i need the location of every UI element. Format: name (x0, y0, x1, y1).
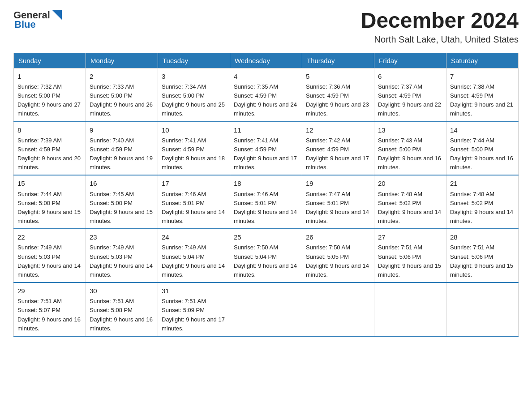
day-number: 24 (162, 232, 226, 242)
header-sunday: Sunday (14, 53, 86, 68)
calendar-cell: 17Sunrise: 7:46 AMSunset: 5:01 PMDayligh… (158, 175, 230, 229)
day-number: 27 (378, 232, 442, 242)
calendar-cell: 15Sunrise: 7:44 AMSunset: 5:00 PMDayligh… (14, 175, 86, 229)
day-number: 7 (450, 71, 515, 81)
day-number: 18 (234, 178, 298, 188)
day-info: Sunrise: 7:51 AMSunset: 5:08 PMDaylight:… (90, 298, 153, 331)
calendar-cell: 29Sunrise: 7:51 AMSunset: 5:07 PMDayligh… (14, 283, 86, 336)
calendar-cell: 13Sunrise: 7:43 AMSunset: 5:00 PMDayligh… (374, 122, 446, 176)
calendar-cell: 1Sunrise: 7:32 AMSunset: 5:00 PMDaylight… (14, 68, 86, 121)
calendar-cell: 5Sunrise: 7:36 AMSunset: 4:59 PMDaylight… (302, 68, 374, 121)
day-number: 29 (17, 286, 82, 296)
day-info: Sunrise: 7:49 AMSunset: 5:03 PMDaylight:… (17, 244, 81, 278)
day-info: Sunrise: 7:38 AMSunset: 4:59 PMDaylight:… (450, 83, 513, 117)
day-number: 12 (306, 125, 370, 135)
calendar-cell: 8Sunrise: 7:39 AMSunset: 4:59 PMDaylight… (14, 122, 86, 176)
day-number: 19 (306, 178, 370, 188)
day-info: Sunrise: 7:51 AMSunset: 5:09 PMDaylight:… (162, 298, 225, 331)
day-info: Sunrise: 7:49 AMSunset: 5:03 PMDaylight:… (90, 244, 153, 278)
calendar-cell: 19Sunrise: 7:47 AMSunset: 5:01 PMDayligh… (302, 175, 374, 229)
day-info: Sunrise: 7:35 AMSunset: 4:59 PMDaylight:… (234, 83, 297, 117)
logo-text-blue: Blue (14, 19, 36, 30)
calendar-cell: 21Sunrise: 7:48 AMSunset: 5:02 PMDayligh… (446, 175, 519, 229)
header-wednesday: Wednesday (230, 53, 302, 68)
calendar-header-row: SundayMondayTuesdayWednesdayThursdayFrid… (14, 53, 519, 68)
day-number: 25 (234, 232, 298, 242)
calendar-cell: 30Sunrise: 7:51 AMSunset: 5:08 PMDayligh… (86, 283, 158, 336)
day-number: 23 (90, 232, 154, 242)
calendar-table: SundayMondayTuesdayWednesdayThursdayFrid… (13, 53, 519, 337)
day-info: Sunrise: 7:51 AMSunset: 5:06 PMDaylight:… (378, 244, 441, 278)
day-info: Sunrise: 7:48 AMSunset: 5:02 PMDaylight:… (378, 191, 441, 224)
calendar-cell: 2Sunrise: 7:33 AMSunset: 5:00 PMDaylight… (86, 68, 158, 121)
week-row-4: 22Sunrise: 7:49 AMSunset: 5:03 PMDayligh… (14, 229, 519, 283)
day-info: Sunrise: 7:45 AMSunset: 5:00 PMDaylight:… (90, 191, 153, 224)
day-number: 20 (378, 178, 442, 188)
calendar-cell (230, 283, 302, 336)
day-number: 14 (450, 125, 515, 135)
day-number: 28 (450, 232, 515, 242)
calendar-cell: 9Sunrise: 7:40 AMSunset: 4:59 PMDaylight… (86, 122, 158, 176)
day-info: Sunrise: 7:44 AMSunset: 5:00 PMDaylight:… (17, 191, 81, 224)
calendar-cell: 6Sunrise: 7:37 AMSunset: 4:59 PMDaylight… (374, 68, 446, 121)
calendar-cell: 28Sunrise: 7:51 AMSunset: 5:06 PMDayligh… (446, 229, 519, 283)
day-number: 4 (234, 71, 298, 81)
day-info: Sunrise: 7:50 AMSunset: 5:05 PMDaylight:… (306, 244, 369, 278)
week-row-3: 15Sunrise: 7:44 AMSunset: 5:00 PMDayligh… (14, 175, 519, 229)
calendar-cell: 27Sunrise: 7:51 AMSunset: 5:06 PMDayligh… (374, 229, 446, 283)
day-info: Sunrise: 7:43 AMSunset: 5:00 PMDaylight:… (378, 137, 441, 171)
calendar-cell: 7Sunrise: 7:38 AMSunset: 4:59 PMDaylight… (446, 68, 519, 121)
day-info: Sunrise: 7:51 AMSunset: 5:06 PMDaylight:… (450, 244, 513, 278)
day-number: 17 (162, 178, 226, 188)
week-row-2: 8Sunrise: 7:39 AMSunset: 4:59 PMDaylight… (14, 122, 519, 176)
week-row-5: 29Sunrise: 7:51 AMSunset: 5:07 PMDayligh… (14, 283, 519, 336)
svg-marker-0 (52, 10, 62, 20)
day-number: 16 (90, 178, 154, 188)
day-number: 15 (17, 178, 82, 188)
day-info: Sunrise: 7:33 AMSunset: 5:00 PMDaylight:… (90, 83, 153, 117)
month-title: December 2024 (361, 9, 519, 33)
day-number: 9 (90, 125, 154, 135)
calendar-cell: 20Sunrise: 7:48 AMSunset: 5:02 PMDayligh… (374, 175, 446, 229)
day-info: Sunrise: 7:41 AMSunset: 4:59 PMDaylight:… (234, 137, 297, 171)
title-block: December 2024 North Salt Lake, Utah, Uni… (361, 9, 519, 45)
calendar-cell: 26Sunrise: 7:50 AMSunset: 5:05 PMDayligh… (302, 229, 374, 283)
day-info: Sunrise: 7:36 AMSunset: 4:59 PMDaylight:… (306, 83, 369, 117)
calendar-cell (302, 283, 374, 336)
calendar-cell (446, 283, 519, 336)
calendar-cell: 25Sunrise: 7:50 AMSunset: 5:04 PMDayligh… (230, 229, 302, 283)
calendar-cell: 18Sunrise: 7:46 AMSunset: 5:01 PMDayligh… (230, 175, 302, 229)
calendar-cell: 12Sunrise: 7:42 AMSunset: 4:59 PMDayligh… (302, 122, 374, 176)
calendar-cell: 4Sunrise: 7:35 AMSunset: 4:59 PMDaylight… (230, 68, 302, 121)
day-info: Sunrise: 7:44 AMSunset: 5:00 PMDaylight:… (450, 137, 513, 171)
day-number: 8 (17, 125, 82, 135)
day-number: 1 (17, 71, 82, 81)
day-info: Sunrise: 7:47 AMSunset: 5:01 PMDaylight:… (306, 191, 369, 224)
day-info: Sunrise: 7:50 AMSunset: 5:04 PMDaylight:… (234, 244, 297, 278)
day-info: Sunrise: 7:42 AMSunset: 4:59 PMDaylight:… (306, 137, 369, 171)
day-info: Sunrise: 7:32 AMSunset: 5:00 PMDaylight:… (17, 83, 81, 117)
day-number: 31 (162, 286, 226, 296)
day-info: Sunrise: 7:46 AMSunset: 5:01 PMDaylight:… (234, 191, 297, 224)
calendar-cell: 3Sunrise: 7:34 AMSunset: 5:00 PMDaylight… (158, 68, 230, 121)
page-header: General Blue December 2024 North Salt La… (13, 9, 519, 45)
logo: General Blue (13, 9, 62, 30)
day-info: Sunrise: 7:40 AMSunset: 4:59 PMDaylight:… (90, 137, 153, 171)
day-info: Sunrise: 7:51 AMSunset: 5:07 PMDaylight:… (17, 298, 81, 331)
day-info: Sunrise: 7:41 AMSunset: 4:59 PMDaylight:… (162, 137, 225, 171)
header-tuesday: Tuesday (158, 53, 230, 68)
calendar-cell (374, 283, 446, 336)
day-info: Sunrise: 7:39 AMSunset: 4:59 PMDaylight:… (17, 137, 81, 171)
calendar-cell: 22Sunrise: 7:49 AMSunset: 5:03 PMDayligh… (14, 229, 86, 283)
calendar-cell: 14Sunrise: 7:44 AMSunset: 5:00 PMDayligh… (446, 122, 519, 176)
day-number: 5 (306, 71, 370, 81)
header-saturday: Saturday (446, 53, 519, 68)
calendar-cell: 24Sunrise: 7:49 AMSunset: 5:04 PMDayligh… (158, 229, 230, 283)
calendar-cell: 23Sunrise: 7:49 AMSunset: 5:03 PMDayligh… (86, 229, 158, 283)
day-info: Sunrise: 7:37 AMSunset: 4:59 PMDaylight:… (378, 83, 441, 117)
day-info: Sunrise: 7:34 AMSunset: 5:00 PMDaylight:… (162, 83, 225, 117)
day-info: Sunrise: 7:48 AMSunset: 5:02 PMDaylight:… (450, 191, 513, 224)
day-info: Sunrise: 7:49 AMSunset: 5:04 PMDaylight:… (162, 244, 225, 278)
day-info: Sunrise: 7:46 AMSunset: 5:01 PMDaylight:… (162, 191, 225, 224)
week-row-1: 1Sunrise: 7:32 AMSunset: 5:00 PMDaylight… (14, 68, 519, 121)
